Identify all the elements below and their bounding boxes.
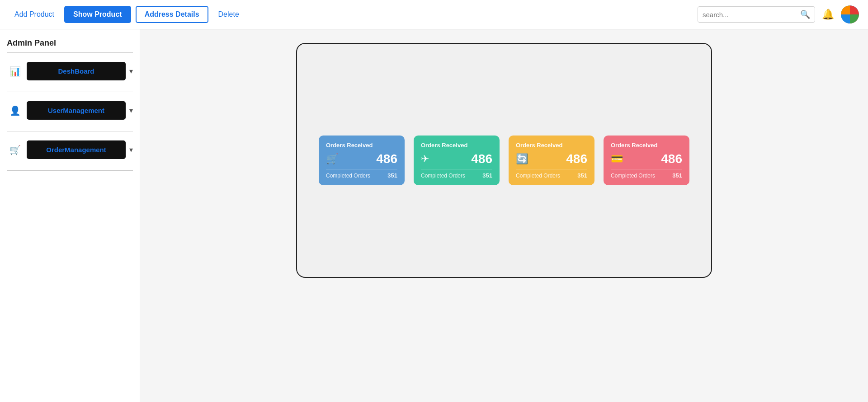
sidebar-divider-2 (7, 131, 133, 131)
stat-icon-3: 💳 (611, 153, 623, 165)
stat-footer-label-0: Completed Orders (326, 173, 370, 179)
stat-footer-label-3: Completed Orders (611, 173, 655, 179)
add-product-button[interactable]: Add Product (9, 7, 60, 22)
stat-label-1: Orders Received (421, 142, 492, 149)
stat-footer-value-1: 351 (482, 172, 492, 179)
chevron-down-icon-3: ▾ (129, 145, 133, 154)
user-icon: 👤 (7, 103, 23, 119)
sidebar-item-dashboard[interactable]: 📊 DeshBoard ▾ (7, 62, 133, 80)
stat-label-0: Orders Received (326, 142, 397, 149)
stat-icon-0: 🛒 (326, 153, 338, 165)
stat-footer-1: Completed Orders 351 (421, 169, 492, 179)
address-details-button[interactable]: Address Details (136, 6, 208, 23)
order-icon: 🛒 (7, 142, 23, 158)
stat-footer-label-2: Completed Orders (516, 173, 560, 179)
sidebar-item-order-management[interactable]: 🛒 OrderManagement ▾ (7, 140, 133, 159)
search-wrapper: 🔍 (698, 6, 815, 23)
dashboard-button[interactable]: DeshBoard (27, 62, 126, 80)
stat-row-1: ✈ 486 (421, 152, 492, 166)
stat-label-2: Orders Received (516, 142, 587, 149)
stat-footer-value-0: 351 (387, 172, 397, 179)
layout: Admin Panel 📊 DeshBoard ▾ 👤 UserManageme… (0, 29, 868, 402)
user-management-button[interactable]: UserManagement (27, 101, 126, 120)
header: Add Product Show Product Address Details… (0, 0, 868, 29)
sidebar-item-user-management[interactable]: 👤 UserManagement ▾ (7, 101, 133, 120)
stat-label-3: Orders Received (611, 142, 682, 149)
sidebar-divider-1 (7, 92, 133, 92)
sidebar-top-divider (7, 52, 133, 53)
dashboard-icon: 📊 (7, 63, 23, 79)
stat-footer-label-1: Completed Orders (421, 173, 465, 179)
sidebar-divider-3 (7, 170, 133, 171)
stat-row-3: 💳 486 (611, 152, 682, 166)
stat-row-0: 🛒 486 (326, 152, 397, 166)
stats-grid: Orders Received 🛒 486 Completed Orders 3… (319, 136, 689, 185)
stat-footer-value-2: 351 (577, 172, 587, 179)
stat-footer-0: Completed Orders 351 (326, 169, 397, 179)
delete-button[interactable]: Delete (213, 7, 245, 22)
dashboard-card-container: Orders Received 🛒 486 Completed Orders 3… (296, 43, 712, 278)
avatar-inner (841, 5, 859, 23)
header-right: 🔍 🔔 (698, 5, 859, 23)
stat-card-2: Orders Received 🔄 486 Completed Orders 3… (509, 136, 594, 185)
search-icon[interactable]: 🔍 (800, 9, 810, 19)
sidebar-title: Admin Panel (7, 38, 133, 48)
stat-number-2: 486 (566, 152, 587, 166)
stat-number-3: 486 (661, 152, 682, 166)
search-input[interactable] (703, 11, 800, 19)
stat-card-0: Orders Received 🛒 486 Completed Orders 3… (319, 136, 405, 185)
chevron-down-icon-2: ▾ (129, 106, 133, 115)
order-management-button[interactable]: OrderManagement (27, 140, 126, 159)
show-product-button[interactable]: Show Product (64, 6, 131, 23)
avatar[interactable] (841, 5, 859, 23)
stat-card-1: Orders Received ✈ 486 Completed Orders 3… (414, 136, 500, 185)
stat-icon-2: 🔄 (516, 153, 528, 165)
notification-icon[interactable]: 🔔 (822, 9, 834, 20)
stat-number-0: 486 (376, 152, 397, 166)
sidebar: Admin Panel 📊 DeshBoard ▾ 👤 UserManageme… (0, 29, 140, 402)
stat-row-2: 🔄 486 (516, 152, 587, 166)
header-nav: Add Product Show Product Address Details… (9, 6, 245, 23)
stat-icon-1: ✈ (421, 153, 429, 165)
stat-footer-value-3: 351 (672, 172, 682, 179)
main-content: Orders Received 🛒 486 Completed Orders 3… (140, 29, 868, 402)
stat-number-1: 486 (471, 152, 492, 166)
stat-footer-3: Completed Orders 351 (611, 169, 682, 179)
stat-card-3: Orders Received 💳 486 Completed Orders 3… (604, 136, 689, 185)
stat-footer-2: Completed Orders 351 (516, 169, 587, 179)
chevron-down-icon: ▾ (129, 67, 133, 75)
